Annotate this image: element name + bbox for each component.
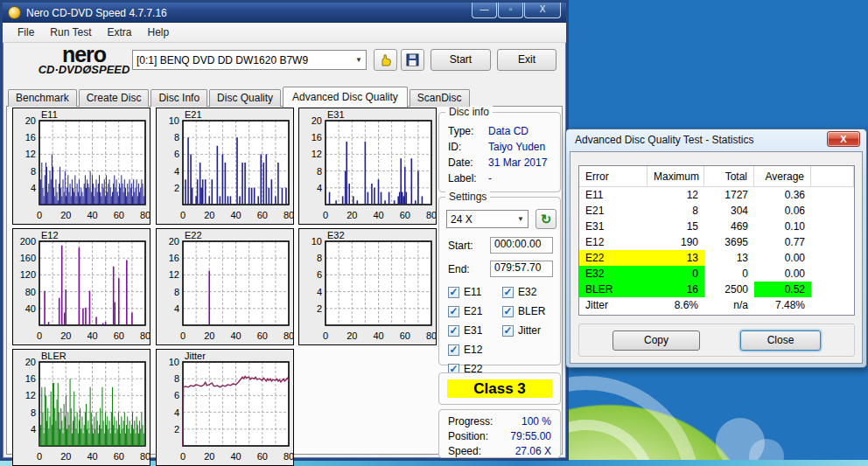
menu-item-extra[interactable]: Extra (99, 24, 139, 41)
disc-info-value: 31 Mar 2017 (488, 156, 547, 169)
svg-text:10: 10 (169, 115, 179, 126)
stats-cell (811, 219, 854, 234)
start-button[interactable]: Start (430, 49, 491, 71)
tab-benchmark[interactable]: Benchmark (8, 89, 77, 107)
svg-text:40: 40 (373, 330, 383, 341)
checkbox-e32[interactable]: ✓E32 (502, 286, 536, 298)
svg-text:120: 120 (20, 269, 36, 280)
chevron-down-icon: ▼ (517, 215, 524, 223)
checkbox-bler[interactable]: ✓BLER (502, 305, 545, 317)
save-button[interactable] (401, 49, 424, 71)
stats-cell: 0.00 (754, 250, 811, 266)
svg-text:10: 10 (312, 236, 322, 247)
stats-cell: E11 (579, 187, 648, 203)
stats-cell: E12 (579, 234, 648, 250)
stats-cell (811, 187, 854, 203)
svg-text:10: 10 (169, 357, 179, 367)
stats-cell: 13 (648, 250, 704, 266)
svg-text:20: 20 (25, 115, 36, 126)
svg-text:40: 40 (87, 210, 97, 220)
checkbox-check-icon: ✓ (502, 287, 514, 298)
disc-info-row: Type:Data CD (448, 125, 553, 137)
checkbox-label: E31 (464, 324, 482, 337)
dialog-close-button[interactable]: X (827, 131, 860, 147)
disc-info-label: ID: (448, 141, 488, 153)
svg-text:20: 20 (169, 236, 179, 247)
svg-text:20: 20 (346, 210, 357, 220)
svg-text:40: 40 (373, 210, 383, 220)
svg-text:0: 0 (37, 330, 42, 341)
svg-text:0: 0 (37, 210, 42, 220)
progress-group: Progress:100 %Position:79:55.00Speed:27.… (438, 409, 561, 458)
progress-value: 100 % (522, 415, 551, 428)
exit-button[interactable]: Exit (497, 49, 556, 71)
stats-row-bler: BLER1625000.52 (579, 282, 854, 297)
chart-e31: E3148121620020406080 (298, 108, 437, 225)
maximize-button[interactable]: ▫ (498, 3, 523, 18)
tab-scandisc[interactable]: ScanDisc (410, 89, 470, 107)
svg-text:E21: E21 (185, 109, 202, 120)
checkbox-label: E11 (464, 286, 481, 298)
disc-info-row: ID:Taiyo Yuden (448, 141, 553, 153)
stats-cell (811, 250, 854, 266)
checkbox-label: E12 (464, 344, 482, 356)
svg-text:20: 20 (60, 451, 71, 462)
tab-disc-info[interactable]: Disc Info (150, 89, 207, 107)
checkbox-e31[interactable]: ✓E31 (448, 324, 482, 337)
close-dialog-button[interactable]: Close (740, 330, 821, 351)
stats-row-e31: E31154690.10 (579, 219, 854, 234)
svg-text:20: 20 (60, 330, 71, 341)
svg-text:2: 2 (317, 303, 322, 314)
refresh-button[interactable]: ↻ (536, 209, 556, 229)
svg-text:6: 6 (174, 149, 179, 159)
checkbox-jitter[interactable]: ✓Jitter (502, 324, 541, 337)
menu-item-file[interactable]: File (10, 24, 42, 41)
minimize-button[interactable]: — (472, 3, 497, 18)
svg-text:4: 4 (317, 287, 322, 297)
close-button[interactable]: X (524, 3, 561, 18)
svg-text:20: 20 (25, 357, 36, 367)
stats-cell (811, 266, 854, 282)
drive-select[interactable]: [0:1] BENQ DVD DD DW1620 B7W9 ▼ (132, 50, 367, 70)
checkbox-e21[interactable]: ✓E21 (448, 305, 482, 317)
checkbox-label: E32 (518, 286, 536, 298)
progress-label: Progress: (448, 415, 493, 428)
statistics-table: ErrorMaximumTotalAverage E111217270.36E2… (578, 165, 855, 316)
speed-select[interactable]: 24 X ▼ (446, 210, 528, 228)
advanced-disc-quality-page: E1148121620020406080 E21246810020406080 … (6, 106, 563, 455)
menu-item-run-test[interactable]: Run Test (42, 24, 99, 41)
svg-text:4: 4 (31, 424, 36, 435)
svg-text:12: 12 (25, 149, 36, 159)
disc-info-value: Taiyo Yuden (488, 141, 545, 153)
checkbox-e11[interactable]: ✓E11 (448, 286, 481, 298)
checkbox-e12[interactable]: ✓E12 (448, 344, 482, 356)
floppy-disk-icon (406, 53, 419, 66)
titlebar[interactable]: Nero CD-DVD Speed 4.7.7.16 — ▫ X (3, 3, 566, 23)
eject-button[interactable] (374, 49, 397, 71)
stats-cell (811, 297, 854, 313)
stats-column-header: Error (579, 166, 648, 186)
menu-item-help[interactable]: Help (140, 24, 178, 41)
tab-disc-quality[interactable]: Disc Quality (209, 89, 281, 107)
disc-info-title: Disc info (445, 106, 493, 118)
svg-text:8: 8 (317, 166, 322, 177)
end-field[interactable]: 079:57.70 (490, 261, 553, 277)
stats-cell: 13 (704, 250, 754, 266)
disc-info-label: Date: (448, 156, 488, 169)
start-field[interactable]: 000:00.00 (490, 237, 553, 254)
stats-cell: 0.06 (754, 203, 811, 219)
stats-cell: 190 (648, 234, 704, 250)
checkbox-check-icon: ✓ (448, 344, 459, 356)
stats-cell: E21 (579, 203, 648, 219)
svg-text:60: 60 (257, 451, 268, 462)
tab-create-disc[interactable]: Create Disc (79, 89, 150, 107)
svg-text:60: 60 (257, 330, 268, 341)
progress-row: Position:79:55.00 (448, 430, 551, 442)
tab-advanced-disc-quality[interactable]: Advanced Disc Quality (283, 87, 408, 108)
svg-text:20: 20 (204, 330, 214, 341)
svg-text:Jitter: Jitter (185, 351, 206, 361)
copy-button[interactable]: Copy (612, 330, 700, 351)
stats-cell: 8.6% (648, 297, 704, 313)
svg-text:4: 4 (31, 183, 36, 193)
app-icon (8, 6, 21, 19)
